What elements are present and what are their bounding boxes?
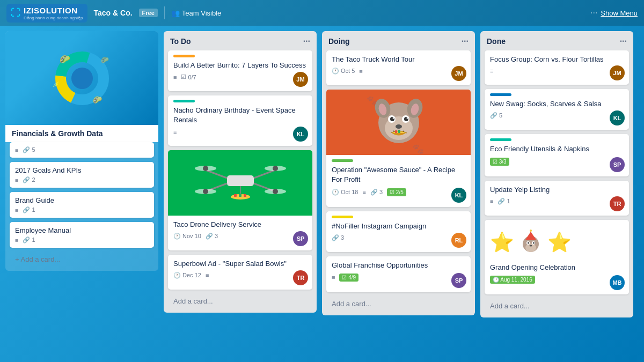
card-eco[interactable]: Eco Friendly Utensils & Napkins ☑ 3/3 SP [485, 134, 629, 176]
star-right: ⭐ [547, 231, 572, 254]
eco-title: Eco Friendly Utensils & Napkins [490, 144, 624, 154]
card-drone[interactable]: Taco Drone Delivery Service 🕐 Nov 10 🔗 3… [168, 150, 312, 250]
svg-text:🌮: 🌮 [60, 54, 70, 64]
card-superbowl[interactable]: Superbowl Ad - "Super Salad Bowls" 🕐 Dec… [168, 255, 312, 290]
franchise-desc: ≡ [332, 274, 335, 280]
eco-checklist: ☑ 3/3 [490, 158, 509, 166]
superbowl-meta: 🕐 Dec 12 ≡ [173, 272, 307, 279]
card-grand-opening[interactable]: ⭐ [485, 220, 629, 294]
todo-add-card[interactable]: Add a card... [168, 294, 312, 308]
nacho-meta: ≡ [173, 129, 307, 135]
sidebar-card-financials[interactable]: ≡ 🔗 5 [10, 142, 154, 158]
svg-point-51 [533, 242, 535, 243]
svg-marker-45 [525, 232, 536, 240]
done-column: Done ··· Focus Group: Corn vs. Flour Tor… [480, 31, 633, 317]
card-awesome-sauce[interactable]: 🐾 🐾 [326, 90, 471, 206]
logo[interactable]: ⛶ IZISOLUTION Đồng hành cùng doanh nghiệ… [6, 4, 87, 23]
todo-header: To Do ··· [164, 31, 317, 50]
donut-chart: 🌮 🌮 🌶 🌮 [50, 46, 114, 110]
board-name: Taco & Co. [94, 9, 133, 17]
logo-text-area: IZISOLUTION Đồng hành cùng doanh nghiệp [24, 6, 83, 20]
wolf-bg: 🐾 🐾 [326, 90, 471, 155]
svg-point-47 [530, 230, 532, 232]
sidebar-card-employee[interactable]: Employee Manual ≡ 🔗 1 [10, 222, 154, 248]
todo-column: To Do ··· Build A Better Burrito: 7 Laye… [164, 31, 317, 313]
header-dots[interactable]: ··· [590, 8, 597, 18]
svg-text:🐾: 🐾 [412, 143, 425, 155]
focus-avatar: JM [610, 65, 625, 80]
done-add-card[interactable]: Add a card... [485, 299, 629, 313]
swag-attach: 🔗 5 [490, 112, 502, 119]
card-swag[interactable]: New Swag: Socks, Scarves & Salsa 🔗 5 KL [485, 89, 629, 130]
nacho-title: Nacho Ordinary Birthday - Event Space Re… [173, 106, 307, 125]
swag-avatar: KL [610, 110, 625, 125]
svg-point-44 [525, 243, 536, 252]
truck-tour-meta: 🕐 Oct 5 ≡ [332, 68, 465, 75]
banner-inner: 🌮 🌮 🌶 🌮 [5, 31, 158, 125]
svg-text:🌶: 🌶 [53, 80, 59, 88]
financials-meta: ≡ 🔗 5 [15, 146, 149, 153]
sidebar-add-card[interactable]: + Add a card... [10, 252, 154, 267]
brand-desc-icon: ≡ [15, 207, 18, 213]
franchise-avatar: SP [451, 273, 466, 288]
logo-name: IZISOLUTION [24, 6, 78, 15]
doing-add-card[interactable]: Add a card... [326, 297, 471, 311]
focus-title: Focus Group: Corn vs. Flour Tortillas [490, 55, 624, 64]
card-burrito[interactable]: Build A Better Burrito: 7 Layers To Succ… [168, 50, 312, 91]
free-badge: Free [139, 9, 158, 17]
sidebar-banner: 🌮 🌮 🌶 🌮 [5, 31, 158, 125]
focus-meta: ≡ [490, 68, 624, 74]
grand-meta: 🕐 Aug 11, 2016 [490, 276, 624, 284]
brand-title: Brand Guide [15, 196, 149, 204]
goals-title: 2017 Goals And KPIs [15, 166, 149, 174]
header-right: ··· Show Menu [590, 8, 638, 18]
financials-attach-icon: 🔗 5 [23, 146, 35, 153]
truck-tour-title: The Taco Truck World Tour [332, 55, 465, 64]
doing-menu-icon[interactable]: ··· [462, 36, 469, 46]
header-divider [164, 6, 165, 19]
svg-rect-24 [239, 194, 241, 197]
drone-image [168, 150, 312, 216]
logo-icon: ⛶ [11, 8, 20, 19]
card-nacho[interactable]: Nacho Ordinary Birthday - Event Space Re… [168, 95, 312, 145]
wolf-svg: 🐾 🐾 [364, 90, 434, 155]
done-menu-icon[interactable]: ··· [620, 36, 627, 46]
franchise-meta: ≡ ☑ 4/9 [332, 274, 465, 282]
grand-avatar: MB [610, 275, 625, 290]
grand-date: 🕐 Aug 11, 2016 [490, 276, 535, 284]
brand-meta: ≡ 🔗 1 [15, 206, 149, 213]
card-franchise[interactable]: Global Franchise Opportunities ≡ ☑ 4/9 S… [326, 256, 471, 292]
focus-desc: ≡ [490, 68, 493, 74]
svg-rect-23 [234, 194, 237, 197]
truck-tour-desc: ≡ [359, 68, 362, 75]
sidebar-card-brand[interactable]: Brand Guide ≡ 🔗 1 [10, 192, 154, 218]
card-yelp[interactable]: Update Yelp Listing ≡ 🔗 1 TR [485, 181, 629, 216]
superbowl-avatar: TR [293, 270, 308, 285]
doing-column: Doing ··· The Taco Truck World Tour 🕐 Oc… [322, 31, 475, 315]
burrito-checklist: ☑ 0/7 [181, 73, 196, 80]
financials-desc-icon: ≡ [15, 147, 18, 153]
done-header: Done ··· [480, 31, 633, 50]
employee-title: Employee Manual [15, 226, 149, 234]
burrito-desc-icon: ≡ [173, 74, 177, 80]
awesome-attach: 🔗 3 [370, 189, 383, 196]
todo-menu-icon[interactable]: ··· [303, 36, 310, 46]
goals-meta: ≡ 🔗 2 [15, 176, 149, 183]
nofiller-title: #NoFiller Instagram Campaign [332, 221, 465, 231]
card-focus-group[interactable]: Focus Group: Corn vs. Flour Tortillas ≡ … [485, 50, 629, 85]
goals-desc-icon: ≡ [15, 177, 18, 183]
burrito-meta: ≡ ☑ 0/7 [173, 73, 307, 80]
svg-text:🌮: 🌮 [93, 95, 103, 105]
yelp-attach: 🔗 1 [497, 198, 510, 205]
board: 🌮 🌮 🌶 🌮 Financials & Growth Data ≡ 🔗 5 2… [0, 26, 644, 362]
nacho-desc-icon: ≡ [173, 129, 177, 135]
grand-title: Grand Opening Celebration [490, 263, 624, 272]
logo-sub: Đồng hành cùng doanh nghiệp [24, 16, 83, 20]
svg-point-52 [530, 245, 532, 246]
sidebar-card-goals[interactable]: 2017 Goals And KPIs ≡ 🔗 2 [10, 162, 154, 188]
burrito-avatar: JM [293, 72, 308, 87]
show-menu-link[interactable]: Show Menu [601, 9, 638, 17]
card-truck-tour[interactable]: The Taco Truck World Tour 🕐 Oct 5 ≡ JM [326, 50, 471, 85]
card-nofiller[interactable]: #NoFiller Instagram Campaign 🔗 3 RL [326, 211, 471, 252]
svg-rect-8 [227, 175, 254, 186]
